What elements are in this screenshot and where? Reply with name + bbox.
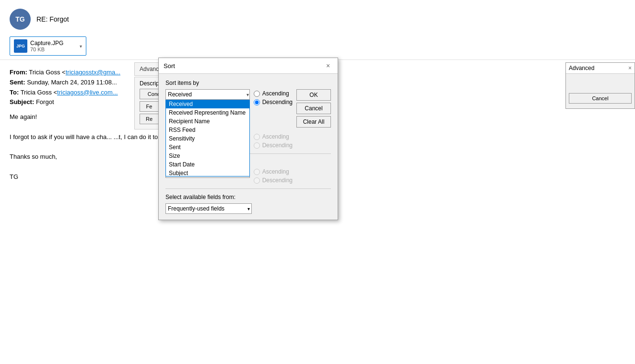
attachment-name: Capture.JPG [30, 40, 77, 47]
available-fields-wrapper: Frequently-used fields ▾ [165, 203, 252, 214]
attachment-icon: JPG [14, 39, 27, 53]
sort-order-radio-group-2: Ascending Descending [254, 132, 293, 149]
sort-dialog-content: Sort items by Received ▾ Received Receiv… [159, 74, 338, 220]
dropdown-item-sent[interactable]: Sent [166, 143, 249, 152]
clear-all-button[interactable]: Clear All [296, 116, 331, 128]
from-label: From: [10, 69, 27, 76]
sort-dropdown-list[interactable]: Received Received Representing Name Reci… [165, 100, 250, 176]
ascending-radio-3-label[interactable]: Ascending [254, 168, 293, 175]
sort-field-select[interactable]: Received [165, 89, 250, 100]
ascending-radio-1-label[interactable]: Ascending [254, 90, 293, 97]
dropdown-item-start-date[interactable]: Start Date [166, 160, 249, 169]
email-header: TG RE: Forgot [0, 5, 635, 34]
dropdown-item-subject[interactable]: Subject [166, 169, 249, 176]
descending-radio-3 [254, 177, 260, 184]
sort-items-by-label: Sort items by [165, 80, 331, 86]
email-background: TG RE: Forgot JPG Capture.JPG 70 KB ▾ Fr… [0, 0, 635, 364]
then-by-radio-group: Ascending Descending [254, 167, 293, 184]
descending-label-2: Descending [262, 142, 293, 149]
to-label: To: [10, 89, 19, 96]
attachment-info: Capture.JPG 70 KB [30, 40, 77, 52]
descending-radio-2 [254, 142, 260, 149]
reset-button[interactable]: Re [140, 114, 159, 124]
available-fields-label: Select available fields from: [165, 194, 331, 200]
filter-button[interactable]: Fe [140, 101, 159, 112]
available-fields-select[interactable]: Frequently-used fields [165, 203, 252, 214]
secondary-title: Advanced [569, 65, 594, 71]
ascending-label-3: Ascending [262, 168, 289, 175]
descending-radio-2-label[interactable]: Descending [254, 142, 293, 149]
attachment-size: 70 KB [30, 47, 77, 52]
secondary-close-button[interactable]: × [628, 65, 632, 71]
descending-label-3: Descending [262, 177, 293, 184]
secondary-dialog: Advanced × Cancel [565, 62, 635, 109]
subject-label: Subject: [10, 98, 34, 106]
from-name: Tricia Goss < [29, 69, 65, 76]
sort-dialog-close-button[interactable]: × [323, 61, 333, 70]
sort-order-radio-group: Ascending Descending [254, 89, 293, 106]
sent-label: Sent: [10, 79, 25, 86]
attachment-item[interactable]: JPG Capture.JPG 70 KB ▾ [10, 36, 86, 56]
ascending-radio-2-label[interactable]: Ascending [254, 133, 293, 140]
descending-radio-1[interactable] [254, 99, 260, 106]
dropdown-item-size[interactable]: Size [166, 152, 249, 160]
sort-items-row: Received ▾ Received Received Representin… [165, 89, 331, 128]
attachment-bar: JPG Capture.JPG 70 KB ▾ [10, 36, 625, 56]
secondary-cancel-button[interactable]: Cancel [569, 93, 632, 104]
descending-radio-3-label[interactable]: Descending [254, 177, 293, 184]
descending-radio-1-label[interactable]: Descending [254, 99, 293, 106]
sort-dialog-title: Sort [164, 62, 175, 70]
dropdown-item-sensitivity[interactable]: Sensitivity [166, 134, 249, 143]
attachment-dropdown-icon[interactable]: ▾ [80, 44, 82, 49]
ascending-radio-3 [254, 169, 260, 175]
cancel-button[interactable]: Cancel [296, 103, 331, 114]
sort-dialog-titlebar: Sort × [159, 58, 338, 74]
to-email[interactable]: triciagoss@live.com... [57, 89, 118, 96]
ascending-label-1: Ascending [262, 90, 289, 97]
available-fields-section: Select available fields from: Frequently… [165, 194, 331, 214]
secondary-titlebar: Advanced × [566, 63, 635, 74]
sort-dialog-buttons: OK Cancel Clear All [296, 89, 331, 128]
to-name: Tricia Goss < [21, 89, 57, 96]
available-fields-divider [165, 188, 331, 189]
email-subject: RE: Forgot [36, 15, 69, 23]
dropdown-item-received[interactable]: Received [166, 100, 249, 108]
dropdown-item-recipient-name[interactable]: Recipient Name [166, 117, 249, 126]
ascending-radio-2 [254, 134, 260, 140]
dropdown-item-received-rep[interactable]: Received Representing Name [166, 108, 249, 117]
sort-dialog-overlay: Sort × Sort items by Received ▾ [158, 58, 338, 220]
sort-dialog: Sort × Sort items by Received ▾ [158, 58, 338, 220]
ascending-radio-1[interactable] [254, 91, 260, 97]
subject-value: Forgot [36, 98, 54, 106]
ascending-label-2: Ascending [262, 133, 289, 140]
descending-label-1: Descending [262, 99, 293, 106]
from-email[interactable]: triciagosstx@gma... [66, 69, 120, 76]
ok-button[interactable]: OK [296, 89, 331, 101]
avatar: TG [10, 9, 31, 30]
dropdown-item-rss-feed[interactable]: RSS Feed [166, 126, 249, 134]
sort-field-wrapper: Received ▾ Received Received Representin… [165, 89, 250, 100]
sent-value: Sunday, March 24, 2019 11:08... [27, 79, 117, 86]
